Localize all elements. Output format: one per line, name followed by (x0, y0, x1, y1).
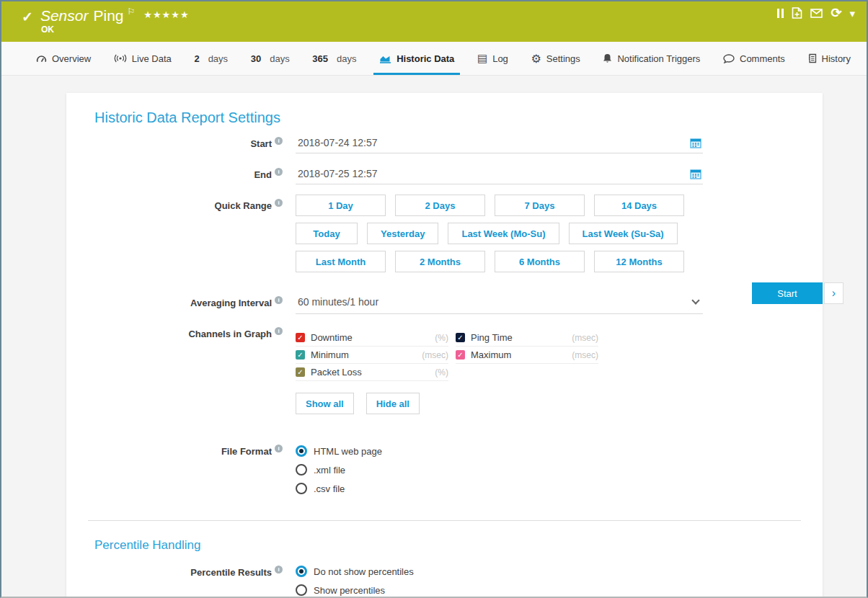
tab-live-data[interactable]: Live Data (112, 42, 173, 75)
section-title-percentile-handling: Percentile Handling (94, 538, 823, 553)
quick-range-6-months-button[interactable]: 6 Months (495, 251, 585, 272)
end-row: End 2018-07-25 12:57 (66, 164, 823, 184)
channel-checkbox[interactable] (296, 367, 305, 377)
section-divider (88, 520, 801, 521)
prtg-sensor-window: ✓ SensorPing⚐★★★★★ OK ⟳ ▾ Overview (0, 0, 868, 598)
start-date-input[interactable]: 2018-07-24 12:57 (296, 133, 703, 153)
quick-range-1-day-button[interactable]: 1 Day (296, 195, 386, 216)
section-title-historic-data-report-settings: Historic Data Report Settings (94, 108, 282, 128)
tab-label: Overview (52, 53, 91, 64)
percentile-results-row: Percentile Results Do not show percentil… (66, 566, 823, 598)
percentile-option-show: Show percentiles (296, 584, 703, 596)
chevron-right-icon: › (832, 287, 836, 300)
sensor-title: SensorPing⚐★★★★★ (40, 7, 190, 27)
priority-flag-icon[interactable]: ⚐ (128, 6, 136, 17)
quick-range-row-2: Today Yesterday Last Week (Mo-Su) Last W… (296, 223, 703, 244)
file-format-option-xml: .xml file (296, 464, 703, 476)
tab-history[interactable]: History (807, 42, 852, 75)
calendar-icon[interactable] (690, 169, 701, 179)
quick-range-yesterday-button[interactable]: Yesterday (367, 223, 438, 244)
gear-icon: ⚙ (531, 52, 541, 66)
quick-range-2-months-button[interactable]: 2 Months (395, 251, 485, 272)
history-icon (808, 53, 817, 63)
pause-icon[interactable] (777, 8, 784, 18)
tab-365-days[interactable]: 365days (311, 42, 358, 75)
info-icon[interactable] (275, 199, 283, 207)
end-date-input[interactable]: 2018-07-25 12:57 (296, 164, 703, 184)
info-icon[interactable] (275, 327, 283, 335)
tab-label: Log (492, 53, 508, 64)
quick-range-last-week-mo-su-button[interactable]: Last Week (Mo-Su) (448, 223, 559, 244)
quick-range-label: Quick Range (66, 195, 283, 211)
tab-overview[interactable]: Overview (35, 42, 92, 75)
info-icon[interactable] (275, 137, 283, 145)
email-icon[interactable] (810, 9, 823, 18)
live-icon (114, 54, 127, 63)
quick-range-today-button[interactable]: Today (296, 223, 358, 244)
add-report-icon[interactable] (792, 7, 802, 19)
tab-log[interactable]: ▤ Log (476, 42, 510, 75)
channel-ping-time: Ping Time (msec) (456, 329, 598, 347)
quick-range-12-months-button[interactable]: 12 Months (594, 251, 684, 272)
priority-stars[interactable]: ★★★★★ (143, 9, 189, 20)
info-icon[interactable] (275, 296, 283, 304)
averaging-interval-row: Averaging Interval 60 minutes/1 hour (66, 292, 823, 314)
channel-checkbox[interactable] (456, 333, 465, 342)
tab-label: Live Data (132, 53, 172, 64)
chart-icon (379, 54, 391, 63)
channel-checkbox[interactable] (296, 350, 305, 360)
info-icon[interactable] (275, 445, 283, 452)
quick-range-2-days-button[interactable]: 2 Days (395, 195, 485, 216)
quick-range-last-month-button[interactable]: Last Month (296, 251, 386, 272)
file-format-option-html: HTML web page (296, 445, 703, 457)
tab-30-days[interactable]: 30days (249, 42, 291, 75)
channels-row: Channels in Graph Downtime (%) Ping Time (66, 323, 823, 414)
quick-range-14-days-button[interactable]: 14 Days (594, 195, 684, 216)
info-icon[interactable] (275, 168, 283, 176)
info-icon[interactable] (275, 566, 283, 574)
calendar-icon[interactable] (690, 138, 701, 148)
tab-label: Historic Data (397, 53, 454, 64)
page-body: Historic Data Report Settings Start 2018… (1, 76, 867, 598)
refresh-icon[interactable]: ⟳ (831, 7, 841, 19)
averaging-interval-select[interactable]: 60 minutes/1 hour (296, 292, 703, 314)
channel-downtime: Downtime (%) (296, 329, 448, 347)
chevron-down-icon[interactable]: ▾ (849, 8, 855, 19)
report-settings-form: Start 2018-07-24 12:57 End (66, 93, 823, 598)
quick-range-row: Quick Range 1 Day 2 Days 7 Days 14 Days … (66, 195, 823, 279)
status-ok-check-icon: ✓ (22, 9, 33, 25)
chevron-down-icon (691, 296, 699, 304)
radio-csv-file[interactable] (296, 483, 307, 494)
tab-comments[interactable]: Comments (722, 42, 787, 75)
averaging-interval-label: Averaging Interval (66, 292, 283, 308)
radio-html-web-page[interactable] (296, 445, 307, 457)
tab-notification-triggers[interactable]: Notification Triggers (601, 42, 701, 75)
file-format-label: File Format (66, 440, 283, 457)
file-format-row: File Format HTML web page .xml file . (66, 440, 823, 501)
radio-show-percentiles[interactable] (296, 584, 307, 596)
tab-historic-data[interactable]: Historic Data (378, 42, 456, 75)
start-report-button[interactable]: Start (752, 282, 823, 304)
sensor-name: Ping (93, 7, 123, 24)
log-icon: ▤ (477, 52, 487, 65)
radio-xml-file[interactable] (296, 464, 307, 476)
channels-label: Channels in Graph (66, 323, 283, 339)
channel-maximum: Maximum (msec) (456, 347, 598, 364)
quick-range-last-week-su-sa-button[interactable]: Last Week (Su-Sa) (569, 223, 678, 244)
channel-checkbox[interactable] (456, 350, 465, 360)
show-hide-buttons: Show all Hide all (296, 393, 703, 414)
tab-settings[interactable]: ⚙ Settings (530, 42, 582, 75)
hide-all-button[interactable]: Hide all (366, 393, 420, 414)
channel-checkbox[interactable] (296, 333, 305, 342)
sensor-header: ✓ SensorPing⚐★★★★★ OK ⟳ ▾ (1, 1, 867, 42)
tab-2-days[interactable]: 2days (192, 42, 229, 75)
start-report-next-button[interactable]: › (824, 282, 843, 304)
tab-bar: Overview Live Data 2days 30days 365days … (1, 42, 867, 76)
tab-label: Comments (740, 53, 785, 64)
end-label: End (66, 164, 283, 180)
show-all-button[interactable]: Show all (296, 393, 354, 414)
quick-range-row-1: 1 Day 2 Days 7 Days 14 Days (296, 195, 703, 216)
radio-do-not-show-percentiles[interactable] (296, 566, 307, 577)
quick-range-7-days-button[interactable]: 7 Days (495, 195, 585, 216)
header-actions: ⟳ ▾ (777, 7, 855, 19)
